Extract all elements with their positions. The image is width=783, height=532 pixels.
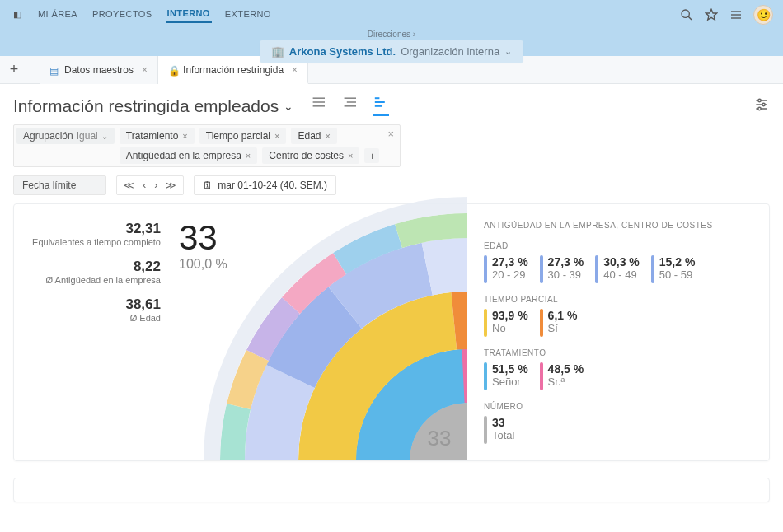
chevron-down-icon: ⌄ xyxy=(101,132,108,141)
date-field-label[interactable]: Fecha límite xyxy=(13,175,106,195)
view-list-icon[interactable] xyxy=(310,96,326,116)
clear-group-icon[interactable]: × xyxy=(384,128,397,140)
svg-marker-2 xyxy=(706,9,716,20)
close-icon[interactable]: × xyxy=(274,131,279,141)
avatar[interactable]: 🙂 xyxy=(753,5,773,25)
stat-item[interactable]: 27,3 %20 - 29 xyxy=(484,255,528,283)
settings-icon[interactable] xyxy=(753,96,770,115)
stat-color-bar xyxy=(484,362,487,390)
nav-mi-area[interactable]: MI ÁREA xyxy=(36,6,79,22)
stat-item[interactable]: 27,3 %30 - 39 xyxy=(540,255,584,283)
stat-item[interactable]: 33Total xyxy=(484,416,514,444)
stat-label: Total xyxy=(492,429,514,441)
building-icon: 🏢 xyxy=(271,45,284,58)
stat-pct: 15,2 % xyxy=(659,255,696,268)
lock-icon: 🔒 xyxy=(168,65,178,75)
sunburst-chart: 33 100,0 % xyxy=(179,221,467,444)
stat-color-bar xyxy=(540,309,543,337)
org-selector[interactable]: 🏢 Arkona Systems Ltd. Organización inter… xyxy=(260,40,523,63)
filter-pill-tratamiento[interactable]: Tratamiento× xyxy=(120,128,195,144)
page-title[interactable]: Información restringida empleados ⌄ xyxy=(13,96,293,116)
stats-header: ANTIGÜEDAD EN LA EMPRESA, CENTRO DE COST… xyxy=(484,221,753,230)
org-sub: Organización interna xyxy=(401,45,499,58)
empty-card xyxy=(13,478,770,502)
close-icon[interactable]: × xyxy=(348,151,353,161)
stat-color-bar xyxy=(540,362,543,390)
chevron-down-icon: ⌄ xyxy=(504,46,512,57)
kpi-antiguedad: 8,22 Ø Antigüedad en la empresa xyxy=(30,259,161,285)
add-filter-button[interactable]: + xyxy=(364,148,379,163)
stat-item[interactable]: 48,5 %Sr.ª xyxy=(540,362,584,390)
stat-color-bar xyxy=(595,255,598,283)
svg-line-1 xyxy=(688,16,692,20)
view-chart-icon[interactable] xyxy=(373,96,389,116)
nav-next-icon[interactable]: › xyxy=(154,180,157,191)
stat-pct: 6,1 % xyxy=(548,309,578,322)
stat-pct: 27,3 % xyxy=(492,255,528,268)
close-icon[interactable]: × xyxy=(326,131,331,141)
stat-pct: 48,5 % xyxy=(548,362,584,376)
view-tree-icon[interactable] xyxy=(341,96,358,116)
stat-item[interactable]: 93,9 %No xyxy=(484,309,528,337)
stat-title-tratamiento: TRATAMIENTO xyxy=(484,348,753,357)
close-icon[interactable]: × xyxy=(182,131,187,141)
nav-last-icon[interactable]: ≫ xyxy=(166,180,176,191)
kpi-fte: 32,31 Equivalentes a tiempo completo xyxy=(30,221,161,247)
stat-color-bar xyxy=(484,416,487,444)
home-icon[interactable]: ◧ xyxy=(10,7,25,21)
close-icon[interactable]: × xyxy=(292,64,298,76)
stat-pct: 27,3 % xyxy=(548,255,584,268)
doc-icon: ▤ xyxy=(49,65,59,75)
dashboard-card: 32,31 Equivalentes a tiempo completo 8,2… xyxy=(13,203,770,461)
stat-color-bar xyxy=(651,255,654,283)
stat-pct: 33 xyxy=(492,416,514,429)
chevron-down-icon: ⌄ xyxy=(284,100,293,113)
sunburst-svg: 33 xyxy=(179,189,467,460)
page-title-text: Información restringida empleados xyxy=(13,96,279,116)
filter-group-label[interactable]: Agrupación Igual ⌄ xyxy=(16,128,115,144)
stat-item[interactable]: 51,5 %Señor xyxy=(484,362,528,390)
stat-item[interactable]: 15,2 %50 - 59 xyxy=(651,255,696,283)
org-name: Arkona Systems Ltd. xyxy=(289,45,396,58)
top-nav: ◧ MI ÁREA PROYECTOS INTERNO EXTERNO xyxy=(0,0,783,28)
stat-item[interactable]: 6,1 %Sí xyxy=(540,309,578,337)
close-icon[interactable]: × xyxy=(142,64,148,76)
nav-first-icon[interactable]: ≪ xyxy=(124,180,134,191)
filter-pill-edad[interactable]: Edad× xyxy=(291,128,336,144)
filter-group: Agrupación Igual ⌄ Tratamiento× Tiempo p… xyxy=(13,124,401,167)
stat-label: No xyxy=(492,322,528,334)
stat-label: 20 - 29 xyxy=(492,268,528,281)
nav-proyectos[interactable]: PROYECTOS xyxy=(91,6,153,22)
close-icon[interactable]: × xyxy=(246,151,251,161)
stat-label: Sr.ª xyxy=(548,376,584,388)
menu-icon[interactable] xyxy=(729,7,743,22)
star-icon[interactable] xyxy=(704,7,719,22)
nav-externo[interactable]: EXTERNO xyxy=(223,6,273,22)
stat-title-tiempo-parcial: TIEMPO PARCIAL xyxy=(484,295,753,304)
filter-pill-centro-costes[interactable]: Centro de costes× xyxy=(262,147,359,164)
stat-item[interactable]: 30,3 %40 - 49 xyxy=(595,255,640,283)
stat-label: Señor xyxy=(492,376,528,388)
stat-pct: 93,9 % xyxy=(492,309,528,322)
stat-title-numero: NÚMERO xyxy=(484,402,753,411)
stat-color-bar xyxy=(484,255,487,283)
nav-interno[interactable]: INTERNO xyxy=(166,5,212,23)
breadcrumb[interactable]: Direcciones › xyxy=(0,30,783,39)
filter-pill-antiguedad[interactable]: Antigüedad en la empresa× xyxy=(120,147,258,164)
nav-prev-icon[interactable]: ‹ xyxy=(143,180,146,191)
stat-color-bar xyxy=(540,255,543,283)
stat-pct: 51,5 % xyxy=(492,362,528,376)
stat-title-edad: EDAD xyxy=(484,241,753,250)
stat-pct: 30,3 % xyxy=(603,255,640,268)
stat-label: 40 - 49 xyxy=(603,268,640,281)
stat-label: 30 - 39 xyxy=(548,268,584,281)
tab-label: Datos maestros xyxy=(64,64,134,76)
filter-pill-tiempo-parcial[interactable]: Tiempo parcial× xyxy=(199,128,287,144)
stat-label: Sí xyxy=(548,322,578,334)
stat-color-bar xyxy=(484,309,487,337)
kpi-edad: 38,61 Ø Edad xyxy=(30,296,161,323)
tab-label: Información restringida xyxy=(183,64,284,76)
search-icon[interactable] xyxy=(679,7,694,22)
add-tab-button[interactable]: + xyxy=(0,61,28,78)
stat-label: 50 - 59 xyxy=(659,268,696,281)
